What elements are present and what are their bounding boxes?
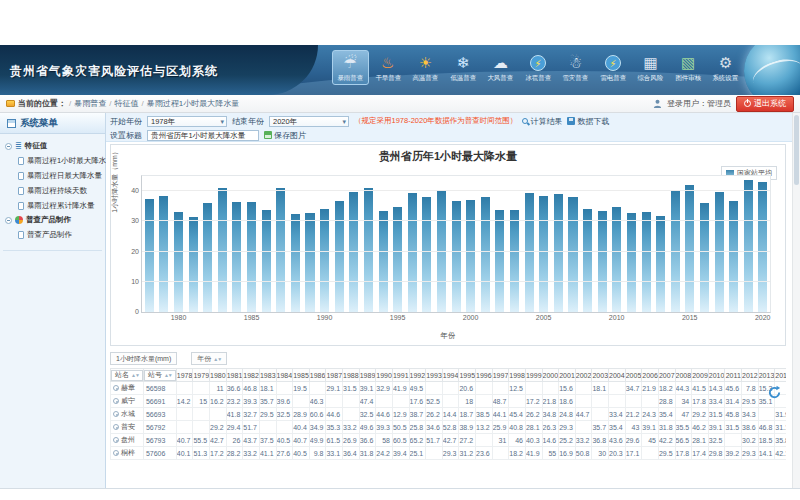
bar-2004[interactable]: [525, 193, 534, 312]
year-header-2006[interactable]: 2006: [642, 369, 659, 382]
bar-2019[interactable]: [744, 180, 753, 312]
tree-leaf-0-2[interactable]: 暴雨过程持续天数: [3, 183, 102, 198]
year-header-1980[interactable]: 1980: [210, 369, 227, 382]
row-toggle-icon[interactable]: [113, 424, 119, 430]
year-header-2013[interactable]: 2013: [758, 369, 775, 382]
bar-2015[interactable]: [685, 185, 694, 312]
download-button[interactable]: 数据下载: [567, 116, 609, 127]
bar-1990[interactable]: [320, 209, 329, 312]
toolbar-item-1[interactable]: ♨干旱普查: [370, 50, 407, 85]
toolbar-item-0[interactable]: ☔暴雨普查: [332, 50, 369, 85]
refresh-icon[interactable]: [767, 385, 782, 400]
station-name-cell[interactable]: 水城: [111, 408, 144, 421]
bar-2002[interactable]: [495, 210, 504, 312]
bar-1985[interactable]: [247, 202, 256, 312]
bar-1981[interactable]: [189, 217, 198, 312]
year-header-2007[interactable]: 2007: [658, 369, 675, 382]
sort-icons[interactable]: ▲▼: [213, 356, 221, 362]
vertical-scrollbar[interactable]: [792, 113, 800, 488]
year-header-1989[interactable]: 1989: [359, 369, 376, 382]
bar-1988[interactable]: [291, 214, 300, 312]
year-header-1996[interactable]: 1996: [476, 369, 493, 382]
station-name-cell[interactable]: 赫章: [111, 382, 144, 395]
year-header-1984[interactable]: 1984: [276, 369, 293, 382]
toolbar-item-5[interactable]: ⚡冰雹普查: [520, 50, 557, 85]
year-header-1997[interactable]: 1997: [492, 369, 509, 382]
year-header-2000[interactable]: 2000: [542, 369, 559, 382]
bar-2000[interactable]: [466, 200, 475, 312]
year-header-1981[interactable]: 1981: [226, 369, 243, 382]
station-name-cell[interactable]: 普安: [111, 421, 144, 434]
toolbar-item-4[interactable]: ☁大风普查: [482, 50, 519, 85]
station-id-header[interactable]: 站号▲▼: [143, 369, 176, 382]
row-toggle-icon[interactable]: [113, 450, 119, 456]
year-header-2012[interactable]: 2012: [742, 369, 759, 382]
year-header-1979[interactable]: 1979: [193, 369, 210, 382]
station-name-cell[interactable]: 威宁: [111, 395, 144, 408]
bar-2012[interactable]: [642, 212, 651, 312]
row-toggle-icon[interactable]: [113, 385, 119, 391]
start-year-select[interactable]: 1978年: [147, 116, 227, 127]
year-header-2010[interactable]: 2010: [708, 369, 725, 382]
toolbar-item-2[interactable]: ☀高温普查: [407, 50, 444, 85]
measure-selector[interactable]: 1小时降水量(mm): [110, 352, 177, 365]
sort-icons[interactable]: ▲▼: [164, 372, 172, 378]
year-header-1978[interactable]: 1978: [176, 369, 193, 382]
bar-2003[interactable]: [510, 210, 519, 312]
year-header-2014[interactable]: 2014: [775, 369, 786, 382]
bar-1994[interactable]: [379, 211, 388, 312]
year-header-1990[interactable]: 1990: [376, 369, 393, 382]
year-header-1982[interactable]: 1982: [243, 369, 260, 382]
logout-button[interactable]: 退出系统: [736, 96, 794, 112]
toolbar-item-7[interactable]: ⚡雷电普查: [595, 50, 632, 85]
year-header-1991[interactable]: 1991: [392, 369, 409, 382]
year-header-2001[interactable]: 2001: [559, 369, 576, 382]
year-header-2002[interactable]: 2002: [575, 369, 592, 382]
bar-2018[interactable]: [729, 201, 738, 312]
breadcrumb-item-0[interactable]: 暴雨普查: [74, 99, 106, 108]
row-toggle-icon[interactable]: [113, 437, 119, 443]
bar-2016[interactable]: [700, 203, 709, 312]
tree-node-0[interactable]: ≣特征值: [3, 139, 102, 153]
row-toggle-icon[interactable]: [113, 398, 119, 404]
toolbar-item-9[interactable]: ▧图件审核: [670, 50, 707, 85]
collapse-icon[interactable]: [5, 217, 12, 224]
tree-leaf-0-0[interactable]: 暴雨过程1小时最大降水量: [3, 153, 102, 168]
bar-2008[interactable]: [583, 209, 592, 312]
bar-1980[interactable]: [174, 212, 183, 312]
year-header-2003[interactable]: 2003: [592, 369, 609, 382]
bar-2010[interactable]: [612, 207, 621, 312]
year-header-1988[interactable]: 1988: [343, 369, 360, 382]
bar-1997[interactable]: [422, 197, 431, 312]
bar-2017[interactable]: [715, 192, 724, 312]
bar-2006[interactable]: [554, 194, 563, 312]
year-header-1985[interactable]: 1985: [293, 369, 310, 382]
save-image-button[interactable]: 保存图片: [264, 130, 306, 141]
bar-2013[interactable]: [656, 216, 665, 312]
breadcrumb-item-2[interactable]: 暴雨过程1小时最大降水量: [147, 99, 239, 108]
tree-leaf-0-3[interactable]: 暴雨过程累计降水量: [3, 198, 102, 213]
station-name-cell[interactable]: 桐梓: [111, 447, 144, 460]
breadcrumb-item-1[interactable]: 特征值: [114, 99, 138, 108]
toolbar-item-8[interactable]: ▦综合风险: [632, 50, 669, 85]
toolbar-item-10[interactable]: ⚙系统设置: [707, 50, 744, 85]
bar-1986[interactable]: [262, 210, 271, 312]
bar-1995[interactable]: [393, 207, 402, 312]
end-year-select[interactable]: 2020年: [269, 116, 349, 127]
year-header-1999[interactable]: 1999: [525, 369, 542, 382]
bar-2007[interactable]: [568, 197, 577, 312]
bar-2005[interactable]: [539, 196, 548, 312]
scrollbar-thumb[interactable]: [794, 115, 799, 185]
chart-title-input[interactable]: 贵州省历年1小时最大降水量: [147, 130, 259, 141]
year-header-1983[interactable]: 1983: [259, 369, 276, 382]
bar-1978[interactable]: [145, 199, 154, 312]
bar-2009[interactable]: [598, 211, 607, 312]
year-header-1992[interactable]: 1992: [409, 369, 426, 382]
bar-1991[interactable]: [335, 201, 344, 312]
year-header-2011[interactable]: 2011: [725, 369, 742, 382]
tree-leaf-1-0[interactable]: 普查产品制作: [3, 227, 102, 242]
year-header-1987[interactable]: 1987: [326, 369, 343, 382]
bar-1992[interactable]: [349, 192, 358, 312]
bar-2001[interactable]: [481, 197, 490, 312]
bar-1989[interactable]: [305, 213, 314, 312]
